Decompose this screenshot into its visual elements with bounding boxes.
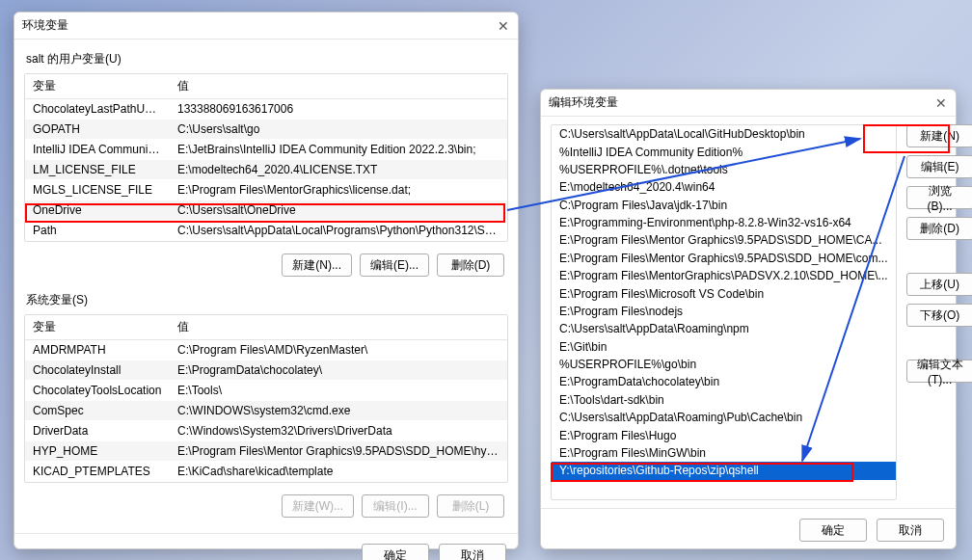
cell-val: E:\Program Files\MentorGraphics\license.…: [170, 180, 507, 200]
cell-var: LM_LICENSE_FILE: [25, 160, 170, 180]
sys-vars-table[interactable]: 变量 值 AMDRMPATHC:\Program Files\AMD\Ryzen…: [24, 314, 508, 483]
cell-var: HYP_HOME: [25, 441, 170, 462]
cell-val: E:\ProgramData\chocolatey\: [170, 360, 507, 381]
table-row[interactable]: OneDriveC:\Users\salt\OneDrive: [25, 200, 507, 221]
cell-var: Path: [25, 221, 170, 241]
path-item[interactable]: E:\Program Files\Hugo: [552, 426, 896, 443]
cell-var: ComSpec: [25, 401, 170, 421]
table-row[interactable]: GOPATHC:\Users\salt\go: [25, 120, 507, 140]
path-edittext-button[interactable]: 编辑文本(T)...: [906, 360, 972, 383]
table-row[interactable]: ComSpecC:\WINDOWS\system32\cmd.exe: [25, 401, 507, 421]
path-list[interactable]: C:\Users\salt\AppData\Local\GitHubDeskto…: [551, 124, 897, 500]
cell-val: C:\Users\salt\OneDrive: [170, 200, 507, 221]
titlebar-env: 环境变量 ✕: [14, 13, 518, 40]
cell-val: E:\modeltech64_2020.4\LICENSE.TXT: [170, 160, 507, 180]
cell-var: AMDRMPATH: [25, 340, 170, 360]
user-delete-button[interactable]: 删除(D): [437, 253, 504, 277]
path-item[interactable]: E:\ProgramData\chocolatey\bin: [552, 373, 896, 390]
sys-new-button[interactable]: 新建(W)...: [282, 494, 354, 518]
table-row[interactable]: LM_LICENSE_FILEE:\modeltech64_2020.4\LIC…: [25, 160, 507, 180]
cell-var: GOPATH: [25, 120, 170, 140]
user-vars-label: salt 的用户变量(U): [26, 51, 506, 67]
path-item[interactable]: E:\Tools\dart-sdk\bin: [552, 391, 896, 409]
table-row[interactable]: HYP_HOMEE:\Program Files\Mentor Graphics…: [25, 441, 507, 462]
path-item[interactable]: %USERPROFILE%\go\bin: [552, 356, 896, 373]
col-val[interactable]: 值: [170, 74, 507, 99]
cell-var: ChocolateyToolsLocation: [25, 381, 170, 401]
path-item[interactable]: E:\Program Files\Mentor Graphics\9.5PADS…: [552, 231, 896, 249]
cell-val: E:\Program Files\Mentor Graphics\9.5PADS…: [170, 441, 507, 462]
cell-var: DriverData: [25, 421, 170, 441]
cell-var: MGLS_LICENSE_FILE: [25, 180, 170, 200]
cell-val: C:\Windows\System32\Drivers\DriverData: [170, 421, 507, 441]
path-item[interactable]: %USERPROFILE%\.dotnet\tools: [552, 161, 896, 178]
title: 编辑环境变量: [549, 94, 618, 111]
path-item[interactable]: E:\Program Files\nodejs: [552, 303, 896, 320]
col-val[interactable]: 值: [170, 315, 507, 340]
cancel-button[interactable]: 取消: [877, 519, 944, 542]
cell-val: E:\JetBrains\IntelliJ IDEA Community Edi…: [170, 140, 507, 160]
path-up-button[interactable]: 上移(U): [906, 273, 972, 296]
close-icon[interactable]: ✕: [934, 96, 948, 110]
path-item[interactable]: E:\Git\bin: [552, 338, 896, 356]
path-item[interactable]: E:\Program Files\Microsoft VS Code\bin: [552, 284, 896, 302]
path-item[interactable]: E:\modeltech64_2020.4\win64: [552, 178, 896, 196]
ok-button[interactable]: 确定: [362, 544, 429, 560]
path-item[interactable]: E:\Program Files\Mentor Graphics\9.5PADS…: [552, 250, 896, 267]
path-down-button[interactable]: 下移(O): [906, 304, 972, 327]
cell-val: C:\Users\salt\AppData\Local\Programs\Pyt…: [170, 221, 507, 241]
titlebar-edit: 编辑环境变量 ✕: [541, 90, 956, 117]
cell-var: IntelliJ IDEA Community E...: [25, 140, 170, 160]
cell-var: ChocolateyLastPathUpdate: [25, 99, 170, 120]
env-vars-dialog: 环境变量 ✕ salt 的用户变量(U) 变量 值 ChocolateyLast…: [14, 12, 519, 549]
cell-val: E:\KiCad\share\kicad\template: [170, 462, 507, 482]
path-item[interactable]: Y:\repositories\Github-Repos\zip\qshell: [552, 462, 896, 479]
table-row[interactable]: KICAD_PTEMPLATESE:\KiCad\share\kicad\tem…: [25, 462, 507, 482]
cell-val: 133388069163617006: [170, 99, 507, 120]
path-item[interactable]: %IntelliJ IDEA Community Edition%: [552, 143, 896, 160]
user-vars-table[interactable]: 变量 值 ChocolateyLastPathUpdate13338806916…: [24, 73, 508, 242]
cancel-button[interactable]: 取消: [439, 544, 506, 560]
cell-val: C:\Users\salt\go: [170, 120, 507, 140]
table-row[interactable]: ChocolateyInstallE:\ProgramData\chocolat…: [25, 360, 507, 381]
cell-val: C:\WINDOWS\system32\cmd.exe: [170, 401, 507, 421]
table-row[interactable]: ChocolateyToolsLocationE:\Tools\: [25, 381, 507, 401]
table-row[interactable]: ChocolateyLastPathUpdate1333880691636170…: [25, 99, 507, 120]
path-item[interactable]: C:\Program Files\Java\jdk-17\bin: [552, 197, 896, 214]
edit-path-dialog: 编辑环境变量 ✕ C:\Users\salt\AppData\Local\Git…: [540, 89, 957, 549]
path-new-button[interactable]: 新建(N): [906, 124, 972, 147]
close-icon[interactable]: ✕: [497, 19, 510, 33]
table-row[interactable]: MGLS_LICENSE_FILEE:\Program Files\Mentor…: [25, 180, 507, 200]
path-edit-button[interactable]: 编辑(E): [906, 155, 972, 178]
title: 环境变量: [22, 17, 68, 34]
path-item[interactable]: E:\Program Files\MentorGraphics\PADSVX.2…: [552, 267, 896, 284]
col-var[interactable]: 变量: [25, 74, 170, 99]
user-new-button[interactable]: 新建(N)...: [282, 253, 352, 277]
table-row[interactable]: DriverDataC:\Windows\System32\Drivers\Dr…: [25, 421, 507, 441]
path-item[interactable]: C:\Users\salt\AppData\Roaming\Pub\Cache\…: [552, 409, 896, 426]
sys-delete-button[interactable]: 删除(L): [437, 494, 504, 518]
cell-var: KICAD_PTEMPLATES: [25, 462, 170, 482]
cell-val: E:\Tools\: [170, 381, 507, 401]
col-var[interactable]: 变量: [25, 315, 170, 340]
cell-var: ChocolateyInstall: [25, 360, 170, 381]
cell-var: OneDrive: [25, 200, 170, 221]
sys-vars-label: 系统变量(S): [26, 292, 506, 308]
table-row[interactable]: AMDRMPATHC:\Program Files\AMD\RyzenMaste…: [25, 340, 507, 360]
ok-button[interactable]: 确定: [799, 519, 867, 542]
table-row[interactable]: IntelliJ IDEA Community E...E:\JetBrains…: [25, 140, 507, 160]
path-item[interactable]: E:\Programming-Environment\php-8.2.8-Win…: [552, 214, 896, 231]
sys-edit-button[interactable]: 编辑(I)...: [362, 494, 429, 518]
path-item[interactable]: C:\Users\salt\AppData\Local\GitHubDeskto…: [552, 125, 896, 143]
cell-val: C:\Program Files\AMD\RyzenMaster\: [170, 340, 507, 360]
table-row[interactable]: PathC:\Users\salt\AppData\Local\Programs…: [25, 221, 507, 241]
path-browse-button[interactable]: 浏览(B)...: [906, 186, 972, 209]
path-delete-button[interactable]: 删除(D): [906, 217, 972, 240]
path-item[interactable]: E:\Program Files\MinGW\bin: [552, 444, 896, 462]
user-edit-button[interactable]: 编辑(E)...: [360, 253, 429, 277]
path-item[interactable]: C:\Users\salt\AppData\Roaming\npm: [552, 320, 896, 337]
